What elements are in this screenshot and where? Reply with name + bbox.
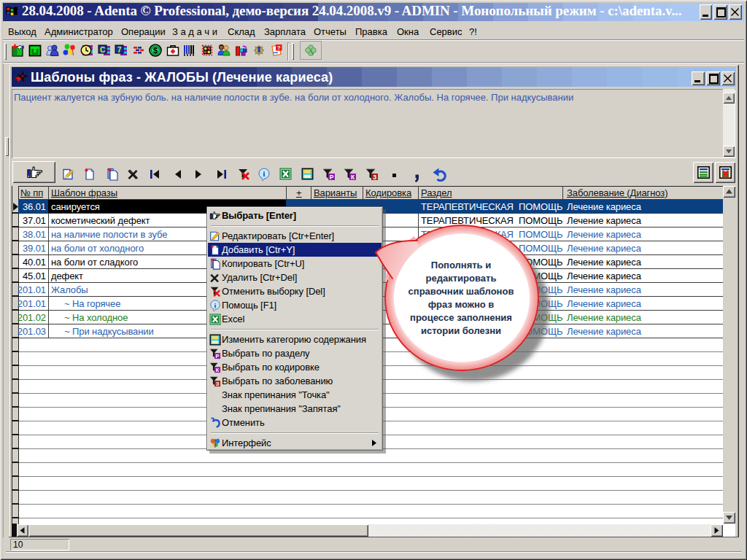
svg-text:7: 7 (117, 46, 122, 54)
svg-text:?: ? (277, 44, 281, 51)
svg-text:К: К (216, 366, 220, 373)
svg-text:К: К (351, 174, 355, 181)
svg-text:i: i (263, 170, 266, 178)
svg-text:З: З (373, 174, 376, 181)
svg-text:Р: Р (216, 352, 220, 359)
svg-text:$: $ (153, 46, 158, 55)
svg-text:C: C (100, 46, 105, 54)
svg-text:З: З (216, 380, 220, 386)
svg-text:Р: Р (330, 174, 334, 181)
